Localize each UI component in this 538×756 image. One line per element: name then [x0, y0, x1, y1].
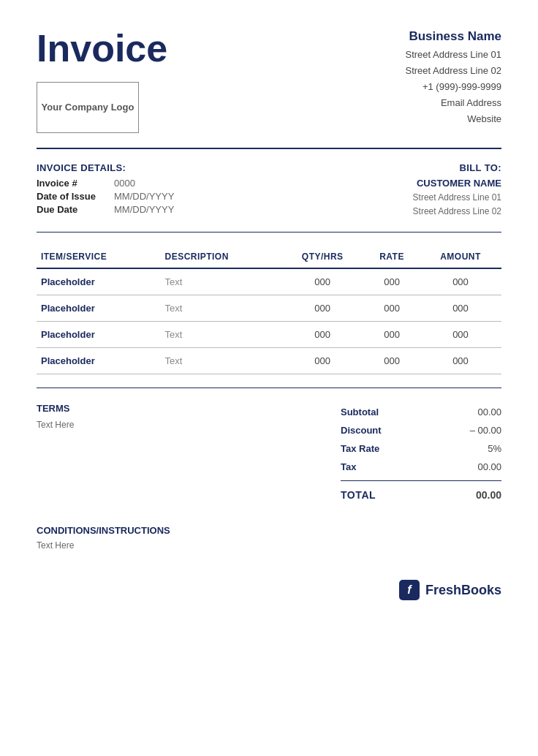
phone: +1 (999)-999-9999: [405, 79, 501, 95]
table-row: Placeholder Text 000 000 000: [37, 322, 501, 348]
due-date-row: Due Date MM/DD/YYYY: [37, 204, 174, 215]
col-item: ITEM/SERVICE: [37, 246, 161, 268]
business-info: Street Address Line 01 Street Address Li…: [405, 47, 501, 127]
email: Email Address: [405, 95, 501, 111]
issue-date-row: Date of Issue MM/DD/YYYY: [37, 191, 174, 202]
invoice-details-title: INVOICE DETAILS:: [37, 162, 174, 173]
customer-name: CUSTOMER NAME: [413, 178, 501, 189]
col-qty: QTY/HRS: [281, 246, 364, 268]
customer-address-line1: Street Address Line 01: [413, 191, 501, 205]
header-right: Business Name Street Address Line 01 Str…: [405, 29, 501, 127]
conditions-title: CONDITIONS/INSTRUCTIONS: [37, 525, 501, 536]
item-desc-2: Text: [161, 322, 281, 348]
item-name-2: Placeholder: [37, 322, 161, 348]
tax-rate-row: Tax Rate 5%: [341, 439, 501, 458]
table-row: Placeholder Text 000 000 000: [37, 268, 501, 295]
item-qty-1: 000: [281, 295, 364, 322]
address-line1: Street Address Line 01: [405, 47, 501, 63]
total-divider: [341, 480, 501, 481]
item-rate-0: 000: [364, 268, 420, 295]
col-rate: RATE: [364, 246, 420, 268]
totals-section: Subtotal 00.00 Discount – 00.00 Tax Rate…: [341, 403, 501, 504]
company-logo: Your Company Logo: [37, 82, 139, 133]
business-name: Business Name: [405, 29, 501, 44]
freshbooks-brand: f FreshBooks: [37, 580, 501, 600]
subtotal-label: Subtotal: [341, 407, 379, 417]
due-date-value: MM/DD/YYYY: [114, 204, 174, 215]
grand-total-label: TOTAL: [341, 489, 376, 501]
grand-total-value: 00.00: [476, 489, 501, 501]
table-row: Placeholder Text 000 000 000: [37, 348, 501, 374]
discount-row: Discount – 00.00: [341, 421, 501, 439]
tax-label: Tax: [341, 461, 356, 472]
invoice-number-value: 0000: [114, 178, 135, 189]
freshbooks-icon: f: [399, 580, 420, 600]
issue-date-value: MM/DD/YYYY: [114, 191, 174, 202]
invoice-header: Invoice Your Company Logo Business Name …: [37, 29, 501, 133]
subtotal-value: 00.00: [477, 407, 501, 417]
col-amount: AMOUNT: [420, 246, 501, 268]
bill-to-section: BILL TO: CUSTOMER NAME Street Address Li…: [413, 162, 501, 219]
details-section: INVOICE DETAILS: Invoice # 0000 Date of …: [37, 162, 501, 219]
invoice-title: Invoice: [37, 29, 167, 67]
invoice-details: INVOICE DETAILS: Invoice # 0000 Date of …: [37, 162, 174, 219]
tax-rate-value: 5%: [488, 443, 501, 454]
invoice-number-row: Invoice # 0000: [37, 178, 174, 189]
col-description: DESCRIPTION: [161, 246, 281, 268]
subtotal-row: Subtotal 00.00: [341, 403, 501, 421]
item-name-3: Placeholder: [37, 348, 161, 374]
conditions-section: CONDITIONS/INSTRUCTIONS Text Here: [37, 525, 501, 551]
item-name-0: Placeholder: [37, 268, 161, 295]
item-amount-2: 000: [420, 322, 501, 348]
footer-section: TERMS Text Here Subtotal 00.00 Discount …: [37, 403, 501, 504]
customer-address: Street Address Line 01 Street Address Li…: [413, 191, 501, 219]
item-qty-3: 000: [281, 348, 364, 374]
item-rate-3: 000: [364, 348, 420, 374]
website: Website: [405, 111, 501, 127]
item-desc-3: Text: [161, 348, 281, 374]
freshbooks-icon-letter: f: [407, 583, 411, 597]
items-table: ITEM/SERVICE DESCRIPTION QTY/HRS RATE AM…: [37, 246, 501, 374]
item-name-1: Placeholder: [37, 295, 161, 322]
due-date-label: Due Date: [37, 204, 102, 215]
terms-section: TERMS Text Here: [37, 403, 341, 504]
header-left: Invoice Your Company Logo: [37, 29, 167, 133]
item-amount-0: 000: [420, 268, 501, 295]
grand-total-row: TOTAL 00.00: [341, 485, 501, 504]
item-qty-2: 000: [281, 322, 364, 348]
customer-address-line2: Street Address Line 02: [413, 205, 501, 219]
table-header-row: ITEM/SERVICE DESCRIPTION QTY/HRS RATE AM…: [37, 246, 501, 268]
tax-row: Tax 00.00: [341, 458, 501, 476]
invoice-number-label: Invoice #: [37, 178, 102, 189]
freshbooks-name: FreshBooks: [425, 583, 501, 598]
tax-rate-label: Tax Rate: [341, 443, 379, 454]
item-qty-0: 000: [281, 268, 364, 295]
discount-value: – 00.00: [470, 425, 501, 436]
table-row: Placeholder Text 000 000 000: [37, 295, 501, 322]
terms-text: Text Here: [37, 420, 319, 430]
item-amount-3: 000: [420, 348, 501, 374]
conditions-text: Text Here: [37, 540, 501, 551]
discount-label: Discount: [341, 425, 382, 436]
issue-date-label: Date of Issue: [37, 191, 102, 202]
item-rate-1: 000: [364, 295, 420, 322]
table-bottom-divider: [37, 388, 501, 388]
header-divider: [37, 148, 501, 149]
item-rate-2: 000: [364, 322, 420, 348]
item-desc-1: Text: [161, 295, 281, 322]
details-divider: [37, 232, 501, 233]
item-desc-0: Text: [161, 268, 281, 295]
bill-to-title: BILL TO:: [413, 162, 501, 173]
address-line2: Street Address Line 02: [405, 63, 501, 79]
item-amount-1: 000: [420, 295, 501, 322]
terms-title: TERMS: [37, 403, 319, 414]
tax-value: 00.00: [477, 461, 501, 472]
